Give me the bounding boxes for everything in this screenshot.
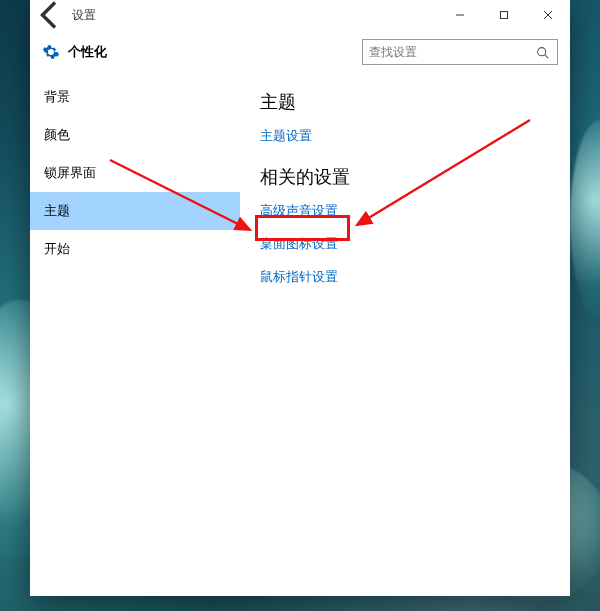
close-button[interactable]	[526, 0, 570, 30]
sidebar-item-start[interactable]: 开始	[30, 230, 240, 268]
svg-line-5	[544, 54, 547, 57]
settings-window: 设置 个性化 背景 颜色 锁屏界面 主题 开始	[30, 0, 570, 596]
sidebar-item-label: 锁屏界面	[44, 165, 96, 182]
page-title: 个性化	[68, 43, 107, 61]
link-mouse-pointer-settings[interactable]: 鼠标指针设置	[260, 269, 570, 286]
search-input[interactable]	[363, 40, 529, 64]
svg-point-4	[537, 47, 545, 55]
sidebar-item-lockscreen[interactable]: 锁屏界面	[30, 154, 240, 192]
maximize-button[interactable]	[482, 0, 526, 30]
search-box[interactable]	[362, 39, 558, 65]
content-pane: 主题 主题设置 相关的设置 高级声音设置 桌面图标设置 鼠标指针设置	[240, 74, 570, 596]
titlebar: 设置	[30, 0, 570, 30]
search-icon	[529, 40, 555, 64]
link-theme-settings[interactable]: 主题设置	[260, 128, 570, 145]
back-button[interactable]	[30, 0, 70, 30]
svg-rect-1	[501, 12, 508, 19]
link-sound-settings[interactable]: 高级声音设置	[260, 203, 570, 220]
link-desktop-icon-settings[interactable]: 桌面图标设置	[260, 236, 570, 253]
minimize-button[interactable]	[438, 0, 482, 30]
sidebar: 背景 颜色 锁屏界面 主题 开始	[30, 74, 240, 596]
window-title: 设置	[70, 7, 96, 24]
section-themes-title: 主题	[260, 90, 570, 114]
header: 个性化	[30, 30, 570, 74]
gear-icon	[42, 43, 60, 61]
section-related-title: 相关的设置	[260, 165, 570, 189]
sidebar-item-label: 背景	[44, 89, 70, 106]
sidebar-item-background[interactable]: 背景	[30, 78, 240, 116]
sidebar-item-label: 开始	[44, 241, 70, 258]
sidebar-item-label: 颜色	[44, 127, 70, 144]
sidebar-item-themes[interactable]: 主题	[30, 192, 240, 230]
sidebar-item-colors[interactable]: 颜色	[30, 116, 240, 154]
sidebar-item-label: 主题	[44, 203, 70, 220]
